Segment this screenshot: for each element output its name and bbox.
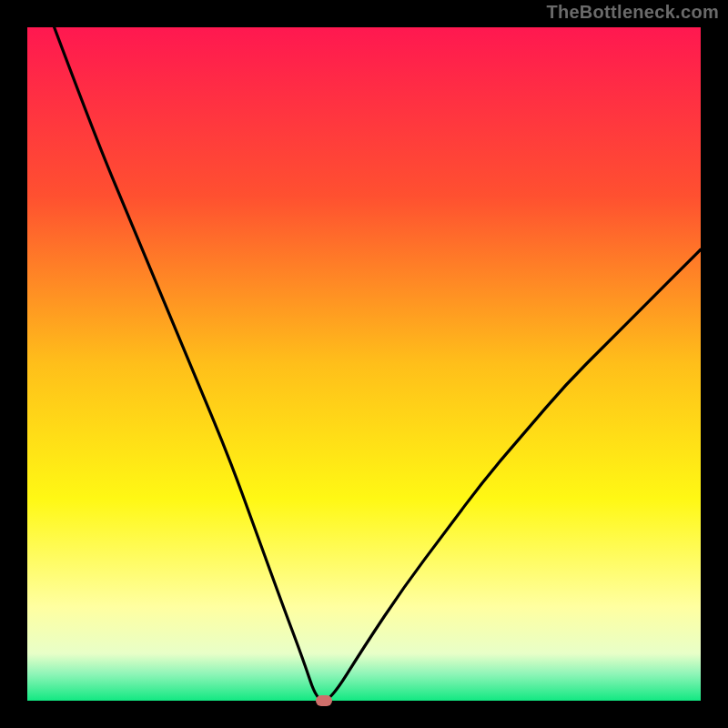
plot-area — [27, 27, 701, 701]
chart-frame: TheBottleneck.com — [0, 0, 728, 728]
min-point-marker — [316, 695, 332, 706]
watermark-label: TheBottleneck.com — [546, 2, 719, 23]
gradient-background — [27, 27, 701, 701]
chart-svg — [27, 27, 701, 701]
